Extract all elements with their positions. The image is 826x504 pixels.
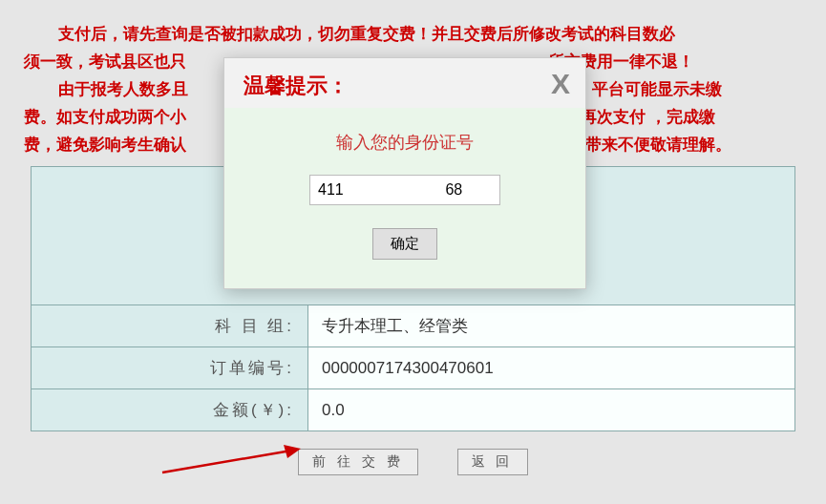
modal-message: 输入您的身份证号 — [244, 131, 566, 154]
notice-text: 费，避免影响考生确认 — [24, 136, 186, 154]
modal-title: 温馨提示： — [244, 74, 349, 97]
amount-label: 金额(￥): — [32, 389, 308, 431]
notice-text: 由于报考人数多且 — [58, 80, 188, 98]
order-number-label: 订单编号: — [32, 347, 308, 389]
go-to-pay-button[interactable]: 前 往 交 费 — [298, 449, 418, 475]
id-number-input[interactable] — [309, 175, 500, 205]
close-icon[interactable]: X — [551, 68, 570, 100]
notice-text: 支付后，请先查询是否被扣款成功，切勿重复交费！并且交费后所修改考试的科目数必 — [58, 25, 675, 43]
subject-group-value: 专升本理工、经管类 — [308, 305, 795, 347]
back-button[interactable]: 返 回 — [457, 449, 528, 475]
notice-text: 须一致，考试县区也只 — [24, 52, 186, 71]
subject-group-label: 科 目 组: — [32, 305, 308, 347]
notice-text: 费。如支付成功两个小 — [24, 108, 186, 126]
order-number-value: 0000007174300470601 — [308, 347, 795, 389]
amount-value: 0.0 — [308, 389, 795, 431]
id-input-modal: 温馨提示： X 输入您的身份证号 确定 — [223, 57, 586, 289]
confirm-button[interactable]: 确定 — [372, 228, 437, 260]
